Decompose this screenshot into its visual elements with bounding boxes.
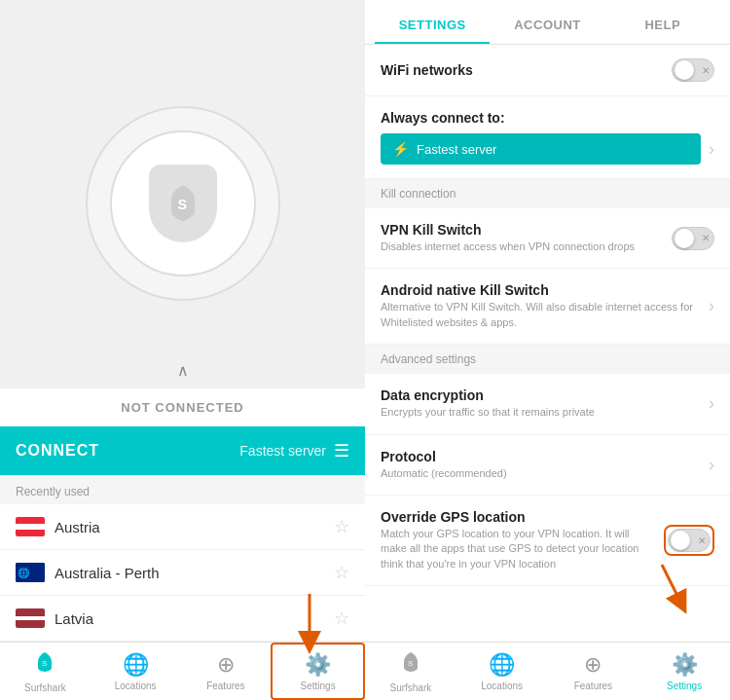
nav-item-locations-right[interactable]: 🌐 Locations — [456, 643, 548, 700]
globe-icon-right: 🌐 — [489, 652, 515, 678]
favorite-icon[interactable]: ☆ — [334, 516, 349, 537]
override-gps-row[interactable]: Override GPS location Match your GPS loc… — [365, 496, 730, 586]
australia-flag: 🌐 — [16, 563, 45, 582]
nav-item-surfshark-right[interactable]: S Surfshark — [365, 643, 456, 700]
nav-label-features-right: Features — [574, 681, 612, 691]
protocol-subtitle: Automatic (recommended) — [381, 466, 699, 481]
nav-label-surfshark: Surfshark — [24, 682, 66, 693]
nav-item-features[interactable]: ⊕ Features — [181, 643, 272, 700]
nav-label-locations-right: Locations — [481, 681, 523, 691]
settings-icon: ⚙️ — [305, 652, 331, 678]
tab-bar: SETTINGS ACCOUNT HELP — [365, 0, 730, 45]
outer-circle: S — [86, 106, 280, 301]
chevron-right-icon: › — [709, 296, 714, 316]
favorite-icon[interactable]: ☆ — [334, 608, 349, 629]
logo-shield: S — [149, 165, 217, 242]
data-encryption-row[interactable]: Data encryption Encrypts your traffic so… — [365, 374, 730, 434]
nav-item-settings[interactable]: ⚙️ Settings — [271, 643, 365, 700]
favorite-icon[interactable]: ☆ — [334, 562, 349, 583]
nav-item-settings-right[interactable]: ⚙️ Settings — [639, 643, 730, 700]
nav-label-locations: Locations — [115, 681, 157, 691]
vpn-visual: S ∧ — [0, 0, 365, 387]
nav-label-features: Features — [206, 681, 244, 691]
lightning-icon: ⚡ — [392, 141, 409, 157]
advanced-settings-section: Advanced settings — [365, 345, 730, 374]
tab-help[interactable]: HELP — [605, 8, 720, 44]
wifi-networks-row[interactable]: WiFi networks ✕ — [365, 45, 730, 96]
connection-status: NOT CONNECTED — [0, 387, 365, 426]
vpn-kill-switch-subtitle: Disables internet access when VPN connec… — [381, 239, 662, 254]
nav-item-surfshark[interactable]: S Surfshark — [0, 643, 91, 700]
austria-flag — [16, 517, 45, 536]
android-kill-switch-title: Android native Kill Switch — [381, 282, 699, 298]
chevron-right-icon: › — [709, 455, 714, 475]
settings-icon-right: ⚙️ — [672, 652, 698, 678]
nav-label-surfshark-right: Surfshark — [389, 682, 431, 693]
left-panel: S ∧ NOT CONNECTED CONNECT Fastest server… — [0, 0, 365, 700]
connect-button[interactable]: CONNECT Fastest server ☰ — [0, 426, 365, 475]
location-name: Latvia — [55, 610, 324, 627]
svg-text:S: S — [177, 197, 187, 212]
nav-label-settings: Settings — [301, 681, 336, 691]
list-item[interactable]: Austria ☆ — [0, 504, 365, 550]
svg-text:🌐: 🌐 — [18, 567, 30, 579]
chevron-up-icon[interactable]: ∧ — [0, 353, 365, 387]
latvia-flag — [16, 608, 45, 628]
android-kill-switch-row[interactable]: Android native Kill Switch Alternative t… — [365, 269, 730, 345]
list-item[interactable]: 🌐 Australia - Perth ☆ — [0, 550, 365, 596]
always-connect-label: Always connect to: — [381, 110, 714, 126]
fastest-server-label: Fastest server ☰ — [239, 440, 349, 461]
globe-icon: 🌐 — [123, 652, 149, 678]
vpn-kill-switch-toggle[interactable]: ✕ — [672, 227, 714, 250]
right-panel: SETTINGS ACCOUNT HELP WiFi networks ✕ Al… — [365, 0, 730, 700]
bottom-nav-right: S Surfshark 🌐 Locations ⊕ Features ⚙️ Se… — [365, 642, 730, 700]
wifi-toggle[interactable]: ✕ — [672, 58, 714, 82]
tab-settings[interactable]: SETTINGS — [375, 8, 490, 44]
connect-label: CONNECT — [16, 442, 99, 460]
svg-text:S: S — [408, 659, 413, 668]
list-item[interactable]: Latvia ☆ — [0, 596, 365, 642]
recently-used-label: Recently used — [0, 475, 365, 504]
nav-item-features-right[interactable]: ⊕ Features — [548, 643, 639, 700]
surfshark-icon: S — [33, 650, 56, 680]
override-gps-subtitle: Match your GPS location to your VPN loca… — [381, 527, 654, 571]
location-name: Austria — [55, 519, 324, 535]
settings-content: WiFi networks ✕ Always connect to: ⚡ Fas… — [365, 45, 730, 642]
location-name: Australia - Perth — [55, 565, 324, 581]
kill-connection-section: Kill connection — [365, 179, 730, 208]
surfshark-logo: S — [164, 184, 202, 223]
inner-circle: S — [110, 130, 256, 276]
nav-item-locations[interactable]: 🌐 Locations — [91, 643, 181, 700]
svg-text:S: S — [42, 659, 47, 668]
data-encryption-title: Data encryption — [381, 387, 699, 403]
bottom-nav-left: S Surfshark 🌐 Locations ⊕ Features ⚙️ Se… — [0, 642, 365, 700]
fastest-server-button[interactable]: ⚡ Fastest server — [381, 133, 701, 165]
wifi-networks-title: WiFi networks — [381, 62, 662, 78]
protocol-row[interactable]: Protocol Automatic (recommended) › — [365, 435, 730, 496]
tab-account[interactable]: ACCOUNT — [490, 8, 604, 44]
data-encryption-subtitle: Encrypts your traffic so that it remains… — [381, 405, 699, 420]
vpn-kill-switch-title: VPN Kill Switch — [381, 222, 662, 238]
plus-icon: ⊕ — [217, 652, 235, 678]
always-connect-row: Always connect to: ⚡ Fastest server › — [365, 96, 730, 179]
surfshark-icon-right: S — [399, 650, 422, 680]
plus-icon-right: ⊕ — [584, 652, 602, 678]
protocol-title: Protocol — [381, 449, 699, 464]
nav-label-settings-right: Settings — [667, 681, 702, 691]
gps-toggle-highlighted: ✕ — [664, 525, 714, 556]
override-gps-title: Override GPS location — [381, 509, 654, 525]
android-kill-switch-subtitle: Alternative to VPN Kill Switch. Will als… — [381, 300, 699, 330]
vpn-kill-switch-row[interactable]: VPN Kill Switch Disables internet access… — [365, 208, 730, 269]
gps-toggle[interactable]: ✕ — [668, 529, 711, 552]
chevron-right-icon: › — [709, 139, 714, 160]
chevron-right-icon: › — [709, 393, 714, 414]
menu-icon: ☰ — [334, 440, 349, 461]
fastest-server-text: Fastest server — [417, 142, 496, 157]
